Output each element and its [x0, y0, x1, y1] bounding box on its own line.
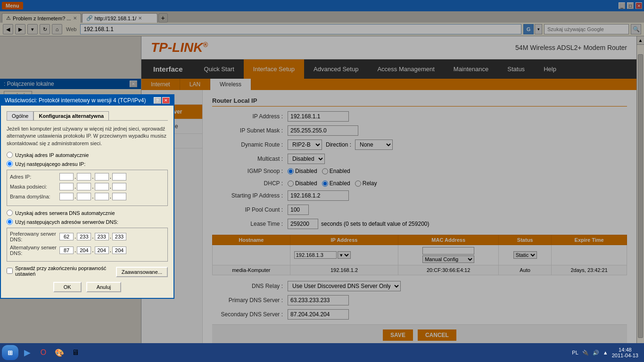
subnet-octet-3[interactable] [95, 183, 109, 190]
dialog-cancel-button[interactable]: Anuluj [86, 282, 122, 292]
advanced-button[interactable]: Zaawansowane... [116, 267, 168, 277]
taskbar-icon-3[interactable]: 🎨 [52, 346, 66, 360]
dialog-buttons: OK Anuluj [7, 282, 168, 292]
alt-dns-o4[interactable] [112, 247, 126, 254]
gateway-octet-1[interactable] [59, 193, 74, 200]
subnet-field-label: Maska podsieci: [10, 184, 57, 189]
alt-dns-o1[interactable] [59, 247, 74, 254]
auto-ip-label: Uzyskaj adres IP automatycznie [15, 152, 89, 158]
auto-dns-label: Uzyskaj adres serwera DNS automatycznie [15, 210, 115, 216]
validate-label: Sprawdź przy zakończeniu poprawność usta… [15, 265, 116, 277]
time-display: 14:48 2011-04-13 [612, 347, 638, 358]
dialog-description: Jeżeli ten komputer jest używany w więce… [7, 125, 168, 147]
preferred-dns-label: Preferowany serwer DNS: [10, 231, 57, 242]
clock-time: 14:48 [612, 347, 638, 353]
subnet-octet-2[interactable] [77, 183, 91, 190]
auto-dns-option[interactable]: Uzyskaj adres serwera DNS automatycznie [7, 210, 168, 216]
ip-config-box: Adres IP: . . . Maska podsieci: . . [7, 170, 168, 206]
dialog-close-button[interactable]: ✕ [162, 97, 170, 104]
ip-field-row: Adres IP: . . . [10, 173, 165, 181]
dialog-bottom: Sprawdź przy zakończeniu poprawność usta… [7, 264, 168, 277]
manual-dns-option[interactable]: Użyj następujących adresów serwerów DNS: [7, 219, 168, 225]
gateway-field-label: Brama domyślna: [10, 194, 57, 199]
preferred-dns-o2[interactable] [77, 233, 91, 240]
gateway-octet-2[interactable] [77, 193, 91, 200]
manual-dns-radio[interactable] [7, 219, 13, 225]
ip-field-label: Adres IP: [10, 174, 57, 180]
auto-dns-radio[interactable] [7, 210, 13, 216]
alt-dns-label: Alternatywny serwer DNS: [10, 245, 57, 256]
gateway-octet-3[interactable] [95, 193, 109, 200]
gateway-octet-4[interactable] [112, 193, 126, 200]
network-icon: 🔌 [582, 350, 589, 356]
subnet-field-row: Maska podsieci: . . . [10, 183, 165, 190]
tab-general[interactable]: Ogólne [7, 111, 33, 120]
dialog-title: Właściwości: Protokół internetowy w wers… [5, 97, 146, 104]
gateway-field-row: Brama domyślna: . . . [10, 193, 165, 200]
ip-octet-2[interactable] [77, 173, 91, 181]
taskbar-icon-1[interactable]: ▶ [20, 346, 34, 360]
manual-ip-label: Użyj następującego adresu IP: [15, 161, 85, 167]
preferred-dns-octets: . . . [59, 233, 126, 240]
preferred-dns-row: Preferowany serwer DNS: . . . [10, 231, 165, 242]
start-button[interactable]: ⊞ [2, 345, 18, 360]
alt-dns-o3[interactable] [95, 247, 109, 254]
subnet-octet-4[interactable] [112, 183, 126, 190]
tab-alt-config[interactable]: Konfiguracja alternatywna [33, 111, 109, 120]
gateway-octets: . . . [59, 193, 126, 200]
taskbar-icon-4[interactable]: 🖥 [68, 346, 83, 360]
subnet-octets: . . . [59, 183, 126, 190]
validate-checkbox[interactable] [7, 268, 13, 274]
tcp-ipv4-dialog: Właściwości: Protokół internetowy w wers… [0, 94, 174, 299]
manual-ip-radio[interactable] [7, 161, 13, 167]
subnet-octet-1[interactable] [59, 183, 74, 190]
taskbar-icon-2[interactable]: O [36, 346, 50, 360]
preferred-dns-o1[interactable] [59, 233, 74, 240]
manual-dns-label: Użyj następujących adresów serwerów DNS: [15, 219, 118, 225]
dialog-tabs: Ogólne Konfiguracja alternatywna [7, 111, 168, 121]
taskbar-left: ⊞ ▶ O 🎨 🖥 [2, 345, 83, 360]
dialog-titlebar-buttons: ? ✕ [154, 97, 170, 104]
notification-area: ▲ [603, 350, 608, 355]
dialog-ok-button[interactable]: OK [53, 282, 82, 292]
ip-octet-4[interactable] [112, 173, 126, 181]
dialog-content: Ogólne Konfiguracja alternatywna Jeżeli … [1, 106, 173, 298]
auto-ip-option[interactable]: Uzyskaj adres IP automatycznie [7, 152, 168, 158]
auto-ip-radio[interactable] [7, 152, 13, 158]
preferred-dns-o3[interactable] [95, 233, 109, 240]
dialog-titlebar: Właściwości: Protokół internetowy w wers… [1, 95, 173, 106]
manual-ip-option[interactable]: Użyj następującego adresu IP: [7, 161, 168, 167]
taskbar-right: PL 🔌 🔊 ▲ 14:48 2011-04-13 [572, 347, 642, 358]
alt-dns-row: Alternatywny serwer DNS: . . . [10, 245, 165, 256]
alt-dns-o2[interactable] [77, 247, 91, 254]
dns-config-box: Preferowany serwer DNS: . . . Alternatyw… [7, 228, 168, 262]
ip-octet-1[interactable] [59, 173, 74, 181]
validate-option[interactable]: Sprawdź przy zakończeniu poprawność usta… [7, 265, 116, 277]
ip-octets: . . . [59, 173, 126, 181]
clock-date: 2011-04-13 [612, 353, 638, 358]
volume-icon: 🔊 [593, 350, 599, 356]
dialog-help-button[interactable]: ? [154, 97, 161, 104]
preferred-dns-o4[interactable] [112, 233, 126, 240]
taskbar: ⊞ ▶ O 🎨 🖥 PL 🔌 🔊 ▲ 14:48 2011-04-13 [0, 343, 644, 362]
alt-dns-octets: . . . [59, 247, 126, 254]
ip-octet-3[interactable] [95, 173, 109, 181]
language-indicator: PL [572, 350, 578, 355]
